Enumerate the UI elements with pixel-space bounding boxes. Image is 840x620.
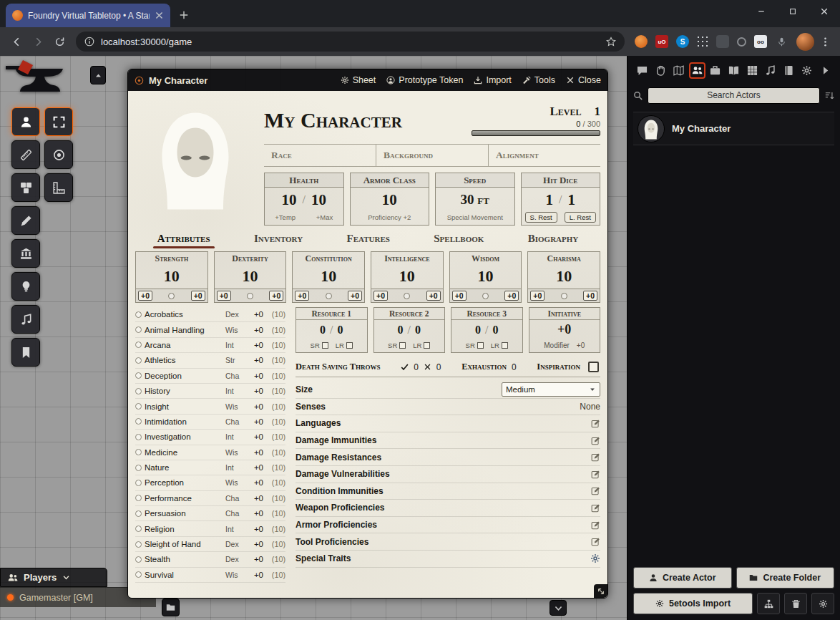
sidebar-tab-journal[interactable] (726, 62, 742, 79)
bookmark-star-icon[interactable] (606, 37, 616, 47)
extension-icon-blue[interactable]: S (676, 35, 689, 48)
resource-value[interactable]: 0 (320, 324, 326, 336)
death-fail-count[interactable]: 0 (436, 362, 441, 372)
tool-button-target-tool[interactable] (44, 140, 73, 169)
skill-proficiency-toggle[interactable] (135, 571, 142, 578)
long-rest-recovery[interactable]: LR (336, 342, 353, 349)
skill-proficiency-toggle[interactable] (135, 403, 142, 410)
ability-mod[interactable]: +0 (295, 291, 309, 301)
window-resize-handle[interactable] (594, 584, 607, 598)
sidebar-tab-tables[interactable] (744, 62, 761, 79)
macro-folder-button[interactable] (162, 599, 180, 616)
hp-current[interactable]: 10 (282, 191, 297, 209)
sheet-tab[interactable]: Attributes (156, 231, 212, 246)
hotbar-expand-button[interactable] (550, 600, 567, 616)
skill-row[interactable]: Medicine Wis +0 (10) (135, 445, 285, 460)
forward-button[interactable] (29, 32, 47, 51)
layer-button-lighting-controls[interactable] (11, 272, 40, 301)
window-minimize-button[interactable] (746, 0, 777, 23)
ability-mod[interactable]: +0 (452, 291, 467, 301)
skill-row[interactable]: Sleight of Hand Dex +0 (10) (135, 537, 285, 552)
ability-block[interactable]: Charisma 10 +0 +0 (527, 251, 600, 303)
ability-score[interactable]: 10 (321, 264, 336, 289)
extension-icon-dark[interactable] (716, 35, 729, 48)
initiative-value[interactable]: +0 (557, 322, 571, 337)
sheet-tab[interactable]: Features (346, 231, 391, 246)
ability-save[interactable]: +0 (426, 291, 441, 301)
skill-proficiency-toggle[interactable] (135, 372, 142, 379)
skill-proficiency-toggle[interactable] (135, 525, 142, 532)
inspiration-checkbox[interactable] (588, 362, 599, 372)
extension-icon-ring[interactable] (737, 37, 746, 47)
create-folder-button[interactable]: Create Folder (736, 567, 835, 588)
save-proficiency-toggle[interactable] (482, 293, 489, 299)
ability-save[interactable]: +0 (191, 291, 205, 301)
sheet-tab[interactable]: Biography (527, 231, 580, 246)
sidebar-tab-settings[interactable] (799, 62, 815, 79)
extension-icon-grid[interactable] (697, 36, 708, 47)
sidebar-tab-scenes[interactable] (670, 62, 687, 79)
long-rest-recovery[interactable]: LR (491, 342, 508, 349)
extension-icon-ublock[interactable]: uO (655, 35, 668, 48)
browser-profile-avatar[interactable] (796, 33, 814, 51)
skill-row[interactable]: Deception Cha +0 (10) (135, 369, 285, 384)
collapse-nav-button[interactable] (90, 66, 106, 84)
skill-proficiency-toggle[interactable] (135, 510, 142, 517)
resource-value[interactable]: 0 (475, 324, 481, 336)
skill-proficiency-toggle[interactable] (135, 449, 142, 455)
hit-dice-max[interactable]: 1 (567, 191, 575, 209)
sidebar-tab-compendium[interactable] (781, 62, 797, 79)
skill-row[interactable]: Stealth Dex +0 (10) (135, 552, 285, 567)
sort-filter-icon[interactable] (825, 91, 834, 100)
short-rest-recovery[interactable]: SR (388, 342, 406, 349)
extension-icon-orange[interactable] (635, 35, 648, 48)
delete-button[interactable] (784, 593, 807, 614)
back-button[interactable] (7, 32, 26, 51)
long-rest-recovery[interactable]: LR (413, 342, 430, 349)
ability-mod[interactable]: +0 (138, 291, 152, 301)
size-select[interactable]: Medium (502, 382, 600, 397)
resource-max[interactable]: 0 (492, 324, 498, 336)
exhaustion-value[interactable]: 0 (512, 362, 517, 372)
identity-field[interactable]: Background (376, 145, 488, 166)
ability-score[interactable]: 10 (243, 264, 258, 289)
skill-proficiency-toggle[interactable] (135, 541, 142, 548)
skill-proficiency-toggle[interactable] (135, 465, 142, 471)
skill-row[interactable]: Persuasion Cha +0 (10) (135, 506, 285, 521)
save-proficiency-toggle[interactable] (326, 293, 332, 299)
browser-tab[interactable]: Foundry Virtual Tabletop • A Stan (6, 4, 170, 27)
extension-icon-mic[interactable] (775, 35, 788, 48)
toggle-folders-button[interactable] (757, 593, 780, 614)
layer-button-note-controls[interactable] (11, 338, 40, 367)
ability-score[interactable]: 10 (556, 264, 572, 289)
ability-score[interactable]: 10 (399, 264, 415, 289)
browser-menu-button[interactable] (817, 32, 833, 51)
skill-row[interactable]: Religion Int +0 (10) (135, 521, 285, 536)
xp-current[interactable]: 0 (576, 120, 580, 128)
layer-button-token-controls[interactable] (11, 107, 40, 136)
short-rest-recovery[interactable]: SR (466, 342, 484, 349)
skill-row[interactable]: Athletics Str +0 (10) (135, 353, 285, 368)
edit-trait-icon[interactable] (591, 520, 600, 530)
short-rest-recovery[interactable]: SR (311, 342, 328, 349)
ability-block[interactable]: Strength 10 +0 +0 (135, 251, 208, 303)
window-button-import[interactable]: Import (474, 75, 511, 85)
configure-traits-icon[interactable] (590, 553, 600, 563)
tool-button-select-tool[interactable] (44, 107, 73, 136)
create-actor-button[interactable]: Create Actor (633, 567, 732, 588)
ability-mod[interactable]: +0 (217, 291, 231, 301)
skill-row[interactable]: Investigation Int +0 (10) (135, 430, 285, 445)
ability-block[interactable]: Wisdom 10 +0 +0 (449, 251, 522, 303)
layer-button-measure-controls[interactable] (11, 140, 40, 169)
layer-button-sound-controls[interactable] (11, 305, 40, 334)
sidebar-tab-items[interactable] (707, 62, 723, 79)
url-bar[interactable]: localhost:30000/game (76, 32, 625, 52)
edit-trait-icon[interactable] (591, 470, 600, 479)
skill-proficiency-toggle[interactable] (135, 311, 142, 318)
initiative-modifier[interactable]: +0 (577, 342, 585, 349)
tool-button-ruler-tool[interactable] (44, 173, 73, 202)
window-header[interactable]: My Character Sheet Prototype Token (128, 69, 607, 91)
skill-proficiency-toggle[interactable] (135, 434, 142, 440)
save-proficiency-toggle[interactable] (247, 293, 253, 299)
identity-field[interactable]: Alignment (488, 145, 600, 166)
